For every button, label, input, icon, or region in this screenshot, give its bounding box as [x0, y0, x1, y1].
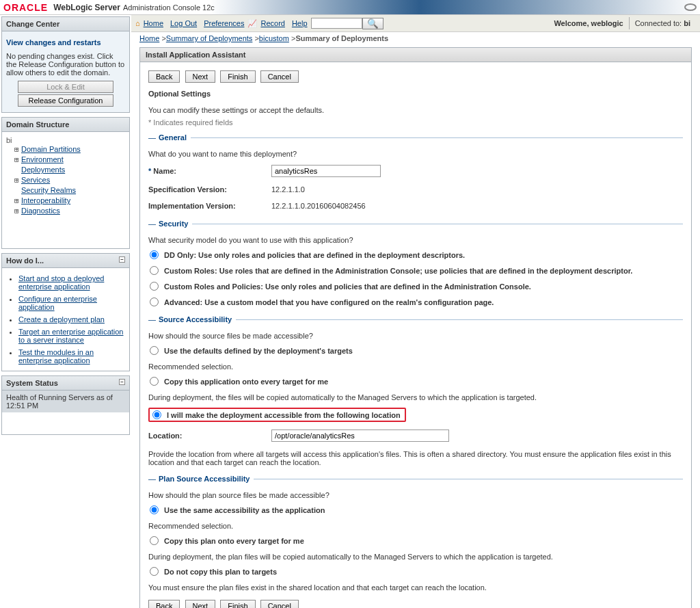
tree-deployments[interactable]: Deployments — [21, 166, 65, 174]
header-bar: ORACLE WebLogic Server Administration Co… — [0, 0, 700, 15]
system-status-portlet: System Status− Health of Running Servers… — [1, 375, 130, 435]
location-input[interactable] — [271, 429, 449, 442]
source-question: How should the source files be made acce… — [148, 328, 683, 343]
radio-plan-nocopy[interactable] — [150, 567, 159, 576]
how-do-i-portlet: How do I...− Start and stop a deployed e… — [1, 253, 130, 371]
back-button[interactable]: Back — [148, 70, 180, 83]
radio-custom-roles-policies-label: Custom Roles and Policies: Use only role… — [164, 282, 531, 291]
connected-label: Connected to: — [635, 19, 682, 27]
record-icon: 📈 — [247, 19, 257, 28]
logout-link[interactable]: Log Out — [170, 19, 197, 27]
home-icon: ⌂ — [135, 19, 140, 27]
toolbar: ⌂ Home Log Out Preferences 📈 Record Help… — [131, 15, 700, 32]
radio-advanced[interactable] — [150, 298, 159, 306]
legend-plan: Plan Source Accessibility — [159, 475, 250, 483]
radio-plan-nocopy-label: Do not copy this plan to targets — [164, 568, 277, 576]
lock-edit-button: Lock & Edit — [18, 81, 113, 93]
security-question: What security model do you want to use w… — [148, 232, 683, 247]
change-center-title: Change Center — [2, 17, 129, 31]
finish-button[interactable]: Finish — [220, 70, 255, 83]
bc-home[interactable]: Home — [139, 34, 159, 42]
domain-structure-title: Domain Structure — [2, 118, 129, 132]
spec-value: 12.2.1.1.0 — [271, 185, 683, 194]
tree-diagnostics[interactable]: Diagnostics — [21, 207, 60, 215]
assistant-panel: Install Application Assistant Back Next … — [139, 47, 692, 608]
plan-copy-desc: During deployment, the plan files will b… — [148, 548, 683, 564]
collapse-icon[interactable]: − — [119, 379, 125, 385]
home-link[interactable]: Home — [144, 19, 163, 27]
product-name: WebLogic Server — [53, 3, 120, 12]
radio-plan-copy-label: Copy this plan onto every target for me — [164, 537, 304, 545]
radio-location-label: I will make the deployment accessible fr… — [167, 411, 401, 419]
help-link[interactable]: Help — [292, 19, 308, 27]
radio-copy-app-label: Copy this application onto every target … — [164, 378, 328, 386]
product-subtitle: Administration Console 12c — [123, 3, 215, 12]
location-label: Location: — [148, 432, 271, 440]
cancel-button-bottom[interactable]: Cancel — [260, 600, 299, 608]
tree-root: bi — [6, 136, 125, 144]
radio-advanced-label: Advanced: Use a custom model that you ha… — [164, 298, 494, 306]
help-start-stop[interactable]: Start and stop a deployed enterprise app… — [18, 274, 104, 291]
legend-source: Source Accessibility — [159, 315, 232, 323]
legend-security: Security — [159, 220, 188, 228]
bc-bicustom[interactable]: bicustom — [259, 34, 289, 42]
radio-location[interactable] — [152, 410, 161, 419]
collapse-icon[interactable]: − — [119, 256, 125, 263]
search-button[interactable]: 🔍 — [362, 18, 383, 29]
change-center-portlet: Change Center View changes and restarts … — [1, 16, 130, 113]
bc-summary[interactable]: Summary of Deployments — [166, 34, 253, 42]
radio-copy-app[interactable] — [150, 377, 159, 386]
name-label: Name: — [153, 167, 176, 175]
change-center-text: No pending changes exist. Click the Rele… — [6, 49, 125, 79]
source-rec: Recommended selection. — [148, 358, 683, 373]
tree-services[interactable]: Services — [21, 176, 50, 184]
radio-custom-roles-policies[interactable] — [150, 282, 159, 291]
how-do-i-title: How do I...− — [2, 254, 129, 268]
view-changes-link[interactable]: View changes and restarts — [6, 36, 125, 49]
radio-use-defaults-label: Use the defaults defined by the deployme… — [164, 347, 353, 355]
tree-domain-partitions[interactable]: Domain Partitions — [21, 145, 81, 153]
radio-plan-same-label: Use the same accessibility as the applic… — [164, 506, 325, 514]
search-input[interactable] — [311, 18, 362, 29]
plan-nocopy-desc: You must ensure the plan files exist in … — [148, 579, 683, 594]
help-configure-app[interactable]: Configure an enterprise application — [18, 295, 97, 311]
tree-environment[interactable]: Environment — [21, 155, 64, 163]
status-row — [6, 427, 125, 430]
optional-desc: You can modify these settings or accept … — [148, 102, 683, 117]
impl-value: 12.2.1.1.0.20160604082456 — [271, 202, 683, 210]
preferences-link[interactable]: Preferences — [204, 19, 244, 27]
optional-settings-title: Optional Settings — [148, 85, 683, 102]
location-desc: Provide the location from where all targ… — [148, 446, 683, 469]
finish-button-bottom[interactable]: Finish — [220, 600, 255, 608]
release-config-button[interactable]: Release Configuration — [18, 94, 113, 107]
source-copy-desc: During deployment, the files will be cop… — [148, 389, 683, 404]
next-button-bottom[interactable]: Next — [185, 600, 216, 608]
radio-dd-only[interactable] — [150, 250, 159, 259]
help-target-app[interactable]: Target an enterprise application to a se… — [18, 328, 123, 344]
record-link[interactable]: Record — [260, 19, 284, 27]
domain-structure-portlet: Domain Structure bi ⊞Domain Partitions ⊞… — [1, 117, 130, 249]
cancel-button[interactable]: Cancel — [260, 70, 299, 83]
radio-use-defaults[interactable] — [150, 346, 159, 355]
radio-custom-roles-label: Custom Roles: Use roles that are defined… — [164, 267, 632, 275]
connected-domain: bi — [684, 19, 690, 27]
bc-current: Summary of Deployments — [295, 34, 388, 42]
back-button-bottom[interactable]: Back — [148, 600, 180, 608]
system-status-title: System Status− — [2, 376, 129, 391]
tree-security-realms[interactable]: Security Realms — [21, 186, 76, 194]
radio-plan-copy[interactable] — [150, 536, 159, 545]
plan-question: How should the plan source files be made… — [148, 487, 683, 502]
assistant-title: Install Application Assistant — [140, 48, 691, 62]
spec-label: Specification Version: — [148, 185, 271, 194]
help-test-modules[interactable]: Test the modules in an enterprise applic… — [18, 348, 94, 365]
help-create-plan[interactable]: Create a deployment plan — [18, 315, 105, 323]
radio-custom-roles[interactable] — [150, 266, 159, 275]
tree-interoperability[interactable]: Interoperability — [21, 196, 70, 204]
radio-plan-same[interactable] — [150, 505, 159, 514]
next-button[interactable]: Next — [185, 70, 216, 83]
health-timestamp: Health of Running Servers as of 12:51 PM — [2, 391, 129, 412]
name-input[interactable] — [271, 165, 381, 177]
oracle-logo: ORACLE — [3, 2, 48, 13]
legend-general: General — [159, 133, 187, 142]
plan-rec: Recommended selection. — [148, 518, 683, 533]
